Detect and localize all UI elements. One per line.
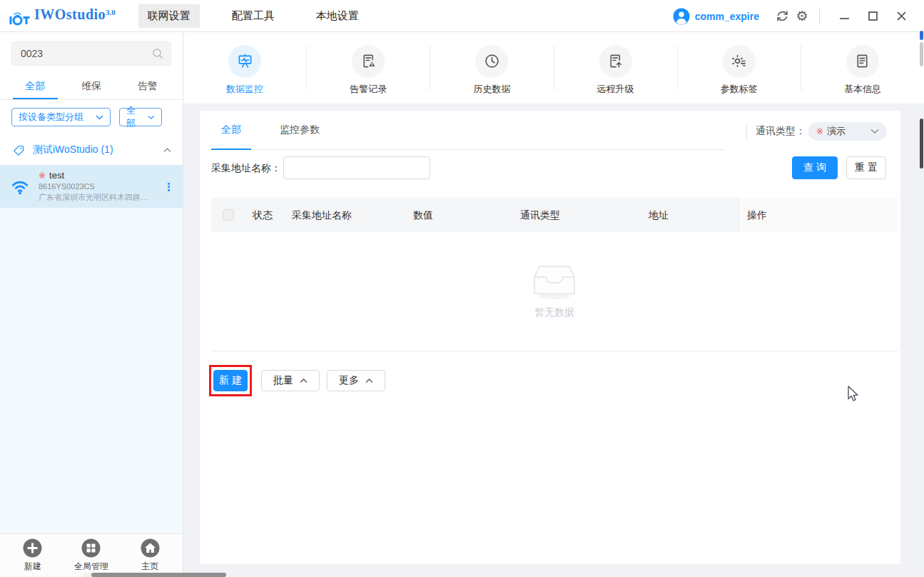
address-name-input[interactable] <box>283 156 430 179</box>
vertical-divider <box>746 123 747 140</box>
sidebar-new-button[interactable]: 新建 <box>23 538 42 573</box>
titlebar: IWOstudio 3.0 联网设置 配置工具 本地设置 comm_expire… <box>0 0 924 32</box>
chevron-up-icon <box>300 378 308 383</box>
query-button[interactable]: 查 询 <box>792 156 838 179</box>
empty-text: 暂无数据 <box>534 306 574 319</box>
comm-type-value: 演示 <box>827 125 870 138</box>
scrollbar-segment[interactable] <box>920 31 923 40</box>
device-serial: 8616YS0023CS <box>39 182 163 191</box>
menu-local-settings[interactable]: 本地设置 <box>307 4 368 28</box>
col-operation: 操作 <box>747 209 767 221</box>
alarm-records-icon <box>352 45 385 78</box>
filter-all-select[interactable]: 全部 <box>119 108 162 126</box>
titlebar-right: comm_expire ⚙ <box>673 0 915 32</box>
scrollbar-thumb[interactable] <box>920 42 923 66</box>
panel-tabs: 全部 监控参数 <box>211 119 724 150</box>
address-name-label: 采集地址名称： <box>211 156 281 179</box>
col-operation-block: 操作 <box>738 198 898 232</box>
col-address-name: 采集地址名称 <box>292 198 352 232</box>
empty-box-icon <box>532 264 577 301</box>
device-list-item-test[interactable]: ※ test 8616YS0023CS 广东省深圳市光明区科木四路靠... ⋮ <box>0 165 183 208</box>
comm-type-cluster: 通讯类型： ※ 演示 <box>746 122 887 141</box>
chevron-up-icon[interactable] <box>163 148 171 153</box>
grid-icon <box>81 538 101 558</box>
feature-tab-alarm-records[interactable]: 告警记录 <box>307 32 430 104</box>
feature-tab-remote-upgrade[interactable]: 远程升级 <box>554 32 677 104</box>
device-search-input[interactable] <box>21 48 152 59</box>
app-logo: IWOstudio 3.0 <box>9 6 116 26</box>
feature-tab-param-tags[interactable]: 参数标签 <box>678 32 801 104</box>
minimize-button[interactable] <box>830 0 858 32</box>
sidebar-global-manage-button[interactable]: 全局管理 <box>74 538 108 573</box>
sidebar-tabs: 全部 维保 告警 <box>0 73 183 100</box>
menu-network-settings[interactable]: 联网设置 <box>138 4 200 28</box>
device-sidebar: 全部 维保 告警 按设备类型分组 全部 测试iWoStudio (1) <box>0 32 183 577</box>
feature-tab-bar: 数据监控 告警记录 历史数据 <box>183 32 924 104</box>
menu-config-tools[interactable]: 配置工具 <box>223 4 284 28</box>
close-button[interactable] <box>887 0 915 32</box>
maximize-button[interactable] <box>858 0 887 32</box>
reset-button[interactable]: 重 置 <box>846 156 886 179</box>
sidebar-home-button[interactable]: 主页 <box>141 538 160 573</box>
col-status: 状态 <box>253 198 273 232</box>
data-monitor-icon <box>228 45 261 78</box>
device-list-empty-area <box>0 208 183 533</box>
batch-button[interactable]: 批量 <box>261 370 320 391</box>
panel-tab-monitor-params[interactable]: 监控参数 <box>270 119 330 149</box>
scrollbar-thumb[interactable] <box>91 573 226 577</box>
demo-badge-icon: ※ <box>39 171 46 180</box>
sidebar-bottom-toolbar: 新建 全局管理 主页 <box>0 533 183 577</box>
wifi-icon <box>10 178 30 195</box>
group-by-select[interactable]: 按设备类型分组 <box>11 108 111 126</box>
table-empty-state: 暂无数据 <box>211 232 898 351</box>
device-group-header[interactable]: 测试iWoStudio (1) <box>0 133 183 165</box>
basic-info-icon <box>846 45 879 78</box>
select-all-checkbox[interactable] <box>223 209 234 221</box>
feature-tab-data-monitor[interactable]: 数据监控 <box>183 32 306 104</box>
col-comm-type: 通讯类型 <box>520 198 560 232</box>
device-name: test <box>49 170 64 181</box>
search-icon[interactable] <box>152 48 163 59</box>
new-button[interactable]: 新 建 <box>213 370 248 391</box>
col-value: 数值 <box>413 198 433 232</box>
sidebar-tab-all[interactable]: 全部 <box>7 73 64 99</box>
query-form-row: 采集地址名称： 查 询 重 置 <box>211 156 895 179</box>
panel-tab-all[interactable]: 全部 <box>211 119 251 149</box>
username[interactable]: comm_expire <box>695 11 759 22</box>
horizontal-scrollbar[interactable] <box>83 573 924 577</box>
device-more-icon[interactable]: ⋮ <box>163 181 174 192</box>
comm-type-select[interactable]: ※ 演示 <box>808 122 887 141</box>
device-search-box[interactable] <box>11 41 171 66</box>
settings-gear-icon[interactable]: ⚙ <box>792 6 812 26</box>
device-info: ※ test 8616YS0023CS 广东省深圳市光明区科木四路靠... <box>39 170 163 203</box>
remote-upgrade-icon <box>599 45 632 78</box>
main-menu: 联网设置 配置工具 本地设置 <box>138 4 368 28</box>
device-detail-panel: 全部 监控参数 通讯类型： ※ 演示 采集地址名称： 查 询 重 置 状态 采集… <box>200 111 900 564</box>
comm-type-label: 通讯类型： <box>756 125 806 138</box>
chevron-down-icon <box>870 129 879 134</box>
tag-icon <box>13 144 25 156</box>
refresh-icon[interactable] <box>772 6 792 26</box>
chevron-down-icon <box>148 115 155 120</box>
demo-badge-icon: ※ <box>816 127 823 136</box>
app-version: 3.0 <box>106 8 116 16</box>
iot-logo-icon <box>9 10 30 26</box>
plus-circle-icon <box>23 538 42 558</box>
table-header-row: 状态 采集地址名称 数值 通讯类型 地址 操作 <box>211 198 898 232</box>
home-icon <box>141 538 160 558</box>
sidebar-filters: 按设备类型分组 全部 <box>0 100 183 133</box>
device-group-label: 测试iWoStudio (1) <box>33 144 163 156</box>
app-title: IWOstudio <box>34 6 106 23</box>
history-data-icon <box>475 45 508 78</box>
sidebar-tab-alarm[interactable]: 告警 <box>119 73 176 99</box>
more-button[interactable]: 更多 <box>327 370 385 391</box>
param-tags-icon <box>723 45 756 78</box>
sidebar-tab-maintenance[interactable]: 维保 <box>64 73 120 99</box>
avatar[interactable] <box>673 8 690 25</box>
vertical-scrollbar[interactable] <box>919 30 924 577</box>
col-address: 地址 <box>649 198 669 232</box>
main-content: 数据监控 告警记录 历史数据 <box>183 32 924 577</box>
feature-tab-history-data[interactable]: 历史数据 <box>430 32 553 104</box>
scrollbar-thumb[interactable] <box>920 119 923 169</box>
feature-tab-basic-info[interactable]: 基本信息 <box>801 32 924 104</box>
